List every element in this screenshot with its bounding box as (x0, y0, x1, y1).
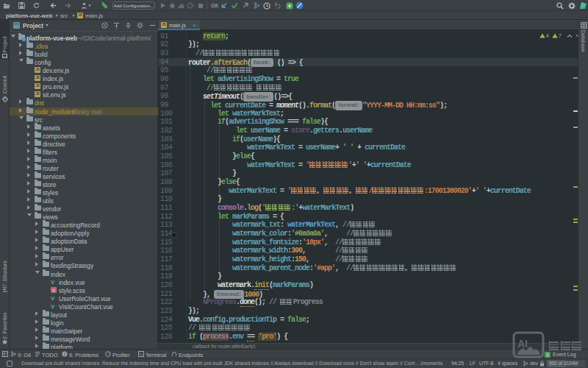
svg-text:AI: AI (517, 338, 528, 350)
